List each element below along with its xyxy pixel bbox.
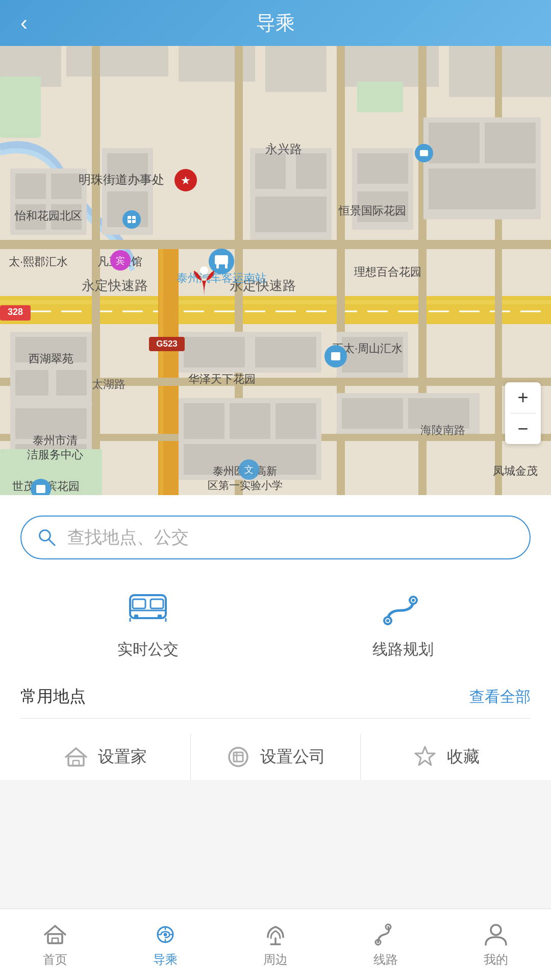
svg-point-120 xyxy=(386,619,389,622)
svg-text:★: ★ xyxy=(181,174,191,187)
search-bar[interactable]: 查找地点、公交 xyxy=(20,516,531,559)
view-all-link[interactable]: 查看全部 xyxy=(469,687,531,707)
svg-text:G523: G523 xyxy=(156,339,178,349)
svg-rect-51 xyxy=(184,403,224,439)
nav-lines[interactable]: 线路 xyxy=(331,922,441,968)
svg-rect-13 xyxy=(159,240,163,495)
svg-text:海陵南路: 海陵南路 xyxy=(420,424,465,436)
svg-rect-125 xyxy=(234,752,243,762)
svg-rect-14 xyxy=(0,240,551,249)
nav-mine[interactable]: 我的 xyxy=(441,922,551,968)
header: ‹ 导乘 xyxy=(0,0,551,46)
nav-home-icon xyxy=(42,922,68,947)
svg-rect-43 xyxy=(15,370,48,396)
svg-rect-10 xyxy=(0,300,551,304)
svg-text:太湖路: 太湖路 xyxy=(92,378,126,390)
common-places-title: 常用地点 xyxy=(20,685,86,708)
svg-rect-8 xyxy=(0,77,41,138)
svg-rect-56 xyxy=(342,398,403,429)
nav-guide-label: 导乘 xyxy=(153,951,178,968)
set-company-button[interactable]: 设置公司 xyxy=(191,734,361,780)
svg-text:怡和花园北区: 怡和花园北区 xyxy=(14,209,82,222)
favorites-label: 收藏 xyxy=(447,746,480,768)
svg-text:凤城金茂: 凤城金茂 xyxy=(493,464,538,477)
svg-text:永定快速路: 永定快速路 xyxy=(82,278,148,293)
svg-rect-3 xyxy=(179,46,255,82)
svg-text:恒景国际花园: 恒景国际花园 xyxy=(338,204,406,217)
quick-actions: 实时公交 线路规划 xyxy=(20,585,531,660)
nav-nearby-icon xyxy=(263,922,288,947)
home-icon xyxy=(63,744,89,770)
set-home-button[interactable]: 设置家 xyxy=(20,734,191,780)
nav-lines-icon xyxy=(373,922,398,947)
svg-point-91 xyxy=(200,266,208,275)
svg-rect-4 xyxy=(265,46,327,92)
section-divider xyxy=(20,718,531,719)
svg-rect-33 xyxy=(255,197,327,232)
page-title: 导乘 xyxy=(256,10,295,36)
svg-text:文: 文 xyxy=(244,464,254,475)
svg-point-142 xyxy=(491,925,501,935)
zoom-controls: + − xyxy=(505,382,541,444)
route-plan-button[interactable]: 线路规划 xyxy=(276,585,531,660)
svg-text:328: 328 xyxy=(8,307,23,317)
svg-rect-32 xyxy=(296,153,327,189)
map-container[interactable]: 328 G523 永定快速路 永定快速路 永兴路 太湖路 明珠街道办事处 怡和花… xyxy=(0,46,551,495)
set-company-label: 设置公司 xyxy=(260,746,325,768)
back-button[interactable]: ‹ xyxy=(20,11,28,35)
svg-rect-115 xyxy=(158,615,162,619)
nav-lines-label: 线路 xyxy=(373,951,398,968)
svg-rect-97 xyxy=(420,150,428,156)
svg-rect-99 xyxy=(331,352,340,360)
svg-rect-7 xyxy=(357,82,403,112)
svg-rect-39 xyxy=(485,122,536,163)
svg-rect-17 xyxy=(92,46,100,495)
svg-rect-47 xyxy=(255,337,316,368)
zoom-out-button[interactable]: − xyxy=(505,413,541,444)
svg-text:泰州市清: 泰州市清 xyxy=(33,434,78,447)
nav-nearby-label: 周边 xyxy=(263,951,288,968)
route-icon xyxy=(380,585,426,631)
bus-icon xyxy=(125,585,171,631)
svg-rect-21 xyxy=(495,46,502,495)
svg-rect-112 xyxy=(151,599,163,608)
svg-rect-114 xyxy=(134,615,138,619)
svg-point-141 xyxy=(377,941,379,943)
svg-text:泰州汽车客运南站: 泰州汽车客运南站 xyxy=(177,272,266,284)
svg-marker-128 xyxy=(415,747,435,765)
places-list: 设置家 设置公司 收藏 xyxy=(20,734,531,780)
favorites-button[interactable]: 收藏 xyxy=(361,734,531,780)
nav-mine-icon xyxy=(483,922,509,947)
svg-rect-52 xyxy=(230,403,270,439)
svg-rect-53 xyxy=(276,403,316,439)
svg-text:永兴路: 永兴路 xyxy=(265,142,302,156)
bottom-panel: 查找地点、公交 实时公交 线路规划 xyxy=(0,495,551,780)
realtime-bus-button[interactable]: 实时公交 xyxy=(20,585,276,660)
bottom-nav: 首页 导乘 周边 线路 xyxy=(0,909,551,980)
set-home-label: 设置家 xyxy=(98,746,147,768)
nav-guide[interactable]: 导乘 xyxy=(110,922,220,968)
svg-text:区第一实验小学: 区第一实验小学 xyxy=(208,479,283,491)
svg-rect-111 xyxy=(133,599,145,608)
svg-point-124 xyxy=(229,748,247,766)
svg-rect-38 xyxy=(429,122,480,163)
svg-rect-46 xyxy=(184,337,245,368)
svg-rect-40 xyxy=(429,168,536,209)
nav-mine-label: 我的 xyxy=(484,951,508,968)
svg-point-132 xyxy=(164,933,167,936)
zoom-in-button[interactable]: + xyxy=(505,382,541,413)
svg-text:明珠街道办事处: 明珠街道办事处 xyxy=(79,173,164,186)
common-places-header: 常用地点 查看全部 xyxy=(20,685,531,708)
svg-text:宾: 宾 xyxy=(116,256,125,266)
svg-rect-31 xyxy=(255,153,286,189)
svg-rect-44 xyxy=(56,370,87,396)
nav-nearby[interactable]: 周边 xyxy=(220,922,331,968)
route-plan-label: 线路规划 xyxy=(372,639,434,660)
nav-home[interactable]: 首页 xyxy=(0,922,110,968)
svg-rect-23 xyxy=(15,174,46,199)
svg-text:西湖翠苑: 西湖翠苑 xyxy=(29,352,73,365)
svg-rect-89 xyxy=(225,264,228,268)
svg-text:理想百合花园: 理想百合花园 xyxy=(354,265,421,278)
svg-rect-101 xyxy=(36,485,45,493)
svg-text:太·熙郡汇水: 太·熙郡汇水 xyxy=(9,255,68,268)
